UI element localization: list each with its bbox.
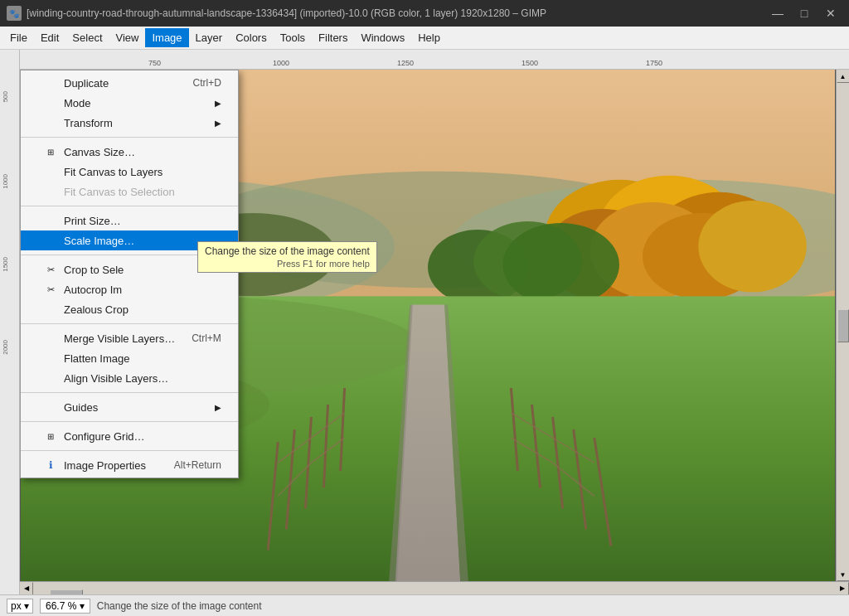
configure-grid-label: Configure Grid… (64, 430, 145, 443)
svg-point-12 (698, 201, 807, 292)
menu-item-guides[interactable]: Guides ▶ (21, 397, 238, 417)
menu-colors[interactable]: Colors (229, 28, 274, 47)
window-controls: — □ ✕ (766, 2, 842, 25)
crop-selection-label: Crop to Sele (64, 264, 124, 276)
configure-grid-icon: ⊞ (44, 429, 57, 443)
zealous-crop-label: Zealous Crop (64, 303, 129, 316)
canvas-and-vscroll: Duplicate Ctrl+D Mode ▶ (20, 70, 849, 581)
print-size-label: Print Size… (64, 215, 121, 227)
menu-item-mode[interactable]: Mode ▶ (21, 93, 238, 113)
menu-file[interactable]: File (3, 28, 34, 47)
separator-7 (21, 450, 238, 451)
menu-layer[interactable]: Layer (189, 28, 230, 47)
separator-4 (21, 323, 238, 324)
menu-item-fit-canvas-layers[interactable]: Fit Canvas to Layers (21, 162, 238, 182)
transform-label: Transform (64, 117, 113, 129)
tooltip-hint: Press F1 for more help (205, 259, 370, 269)
properties-label: Image Properties (64, 459, 146, 472)
app-icon: 🐾 (7, 6, 22, 21)
guides-arrow: ▶ (215, 403, 221, 412)
transform-arrow: ▶ (215, 119, 221, 128)
scroll-h-thumb[interactable] (50, 589, 83, 595)
guides-icon (44, 400, 57, 414)
menu-edit[interactable]: Edit (34, 28, 65, 47)
menu-section-8: ℹ Image Properties Alt+Return (21, 453, 238, 478)
menu-select[interactable]: Select (65, 28, 109, 47)
flatten-icon (44, 352, 57, 365)
transform-icon (44, 116, 57, 129)
statusbar: px ▾ 66.7 % ▾ Change the size of the ima… (0, 594, 849, 616)
duplicate-icon (44, 76, 57, 90)
maximize-button[interactable]: □ (793, 2, 816, 25)
guides-label: Guides (64, 401, 98, 414)
menu-image[interactable]: Image (145, 28, 188, 47)
vertical-scrollbar[interactable]: ▲ ▼ (836, 70, 849, 581)
menu-item-autocrop[interactable]: ✂ Autocrop Im (21, 279, 238, 299)
duplicate-label: Duplicate (64, 77, 109, 90)
menu-section-2: ⊞ Canvas Size… Fit Canvas to Layers (21, 139, 238, 204)
fit-layers-label: Fit Canvas to Layers (64, 166, 163, 178)
scroll-right-arrow[interactable]: ▶ (836, 582, 849, 595)
image-dropdown-menu: Duplicate Ctrl+D Mode ▶ (20, 70, 239, 478)
scroll-left-arrow[interactable]: ◀ (20, 582, 33, 595)
autocrop-icon: ✂ (44, 283, 57, 296)
properties-icon: ℹ (44, 458, 57, 472)
menu-filters[interactable]: Filters (312, 28, 354, 47)
minimize-button[interactable]: — (766, 2, 789, 25)
window-title: [winding-country-road-through-autumnal-l… (27, 7, 546, 19)
menu-section-7: ⊞ Configure Grid… (21, 424, 238, 449)
menu-item-merge-visible[interactable]: Merge Visible Layers… Ctrl+M (21, 328, 238, 348)
autocrop-label: Autocrop Im (64, 284, 122, 296)
align-icon (44, 371, 57, 385)
menu-item-flatten[interactable]: Flatten Image (21, 348, 238, 368)
menu-tools[interactable]: Tools (274, 28, 312, 47)
scroll-up-arrow[interactable]: ▲ (837, 70, 850, 83)
menu-item-transform[interactable]: Transform ▶ (21, 113, 238, 133)
titlebar: 🐾 [winding-country-road-through-autumnal… (0, 0, 849, 27)
canvas-area[interactable]: Duplicate Ctrl+D Mode ▶ (20, 70, 836, 581)
tooltip-title: Change the size of the image content (205, 245, 370, 257)
fit-selection-label: Fit Canvas to Selection (64, 186, 175, 198)
fit-layers-icon (44, 165, 57, 178)
menu-item-image-properties[interactable]: ℹ Image Properties Alt+Return (21, 455, 238, 475)
horizontal-scrollbar[interactable]: ◀ ▶ (20, 581, 849, 594)
canvas-size-label: Canvas Size… (64, 146, 135, 158)
menu-section-1: Duplicate Ctrl+D Mode ▶ (21, 70, 238, 135)
scale-image-icon (44, 234, 57, 247)
menu-item-canvas-size[interactable]: ⊞ Canvas Size… (21, 142, 238, 162)
merge-icon (44, 332, 57, 345)
duplicate-shortcut: Ctrl+D (192, 77, 221, 89)
unit-selector[interactable]: px ▾ (7, 599, 33, 614)
scroll-down-arrow[interactable]: ▼ (837, 568, 850, 581)
mode-icon (44, 96, 57, 109)
menu-item-print-size[interactable]: Print Size… (21, 211, 238, 230)
menu-view[interactable]: View (109, 28, 146, 47)
zoom-selector[interactable]: 66.7 % ▾ (40, 599, 90, 614)
separator-2 (21, 206, 238, 206)
menu-item-align-visible[interactable]: Align Visible Layers… (21, 368, 238, 388)
scroll-thumb[interactable] (837, 309, 849, 342)
svg-point-15 (502, 223, 619, 306)
mode-label: Mode (64, 97, 91, 109)
ruler-top: 750 1000 1250 1500 1750 (20, 50, 849, 70)
separator-5 (21, 392, 238, 393)
menu-windows[interactable]: Windows (354, 28, 411, 47)
menu-item-duplicate[interactable]: Duplicate Ctrl+D (21, 73, 238, 93)
menu-item-configure-grid[interactable]: ⊞ Configure Grid… (21, 426, 238, 446)
zealous-crop-icon (44, 303, 57, 316)
properties-shortcut: Alt+Return (174, 459, 221, 471)
canvas-container: 750 1000 1250 1500 1750 (20, 50, 849, 594)
flatten-label: Flatten Image (64, 352, 130, 365)
print-size-icon (44, 214, 57, 227)
close-button[interactable]: ✕ (819, 2, 842, 25)
merge-label: Merge Visible Layers… (64, 332, 175, 345)
menu-section-5: Merge Visible Layers… Ctrl+M Flatten Ima… (21, 326, 238, 390)
status-message: Change the size of the image content (97, 600, 262, 612)
separator-1 (21, 137, 238, 138)
main-area: 500 1000 1500 2000 750 1000 1250 1500 17… (0, 50, 849, 594)
menu-help[interactable]: Help (411, 28, 447, 47)
fit-selection-icon (44, 185, 57, 198)
separator-6 (21, 421, 238, 422)
menu-item-zealous-crop[interactable]: Zealous Crop (21, 299, 238, 319)
ruler-left: 500 1000 1500 2000 (0, 50, 20, 594)
